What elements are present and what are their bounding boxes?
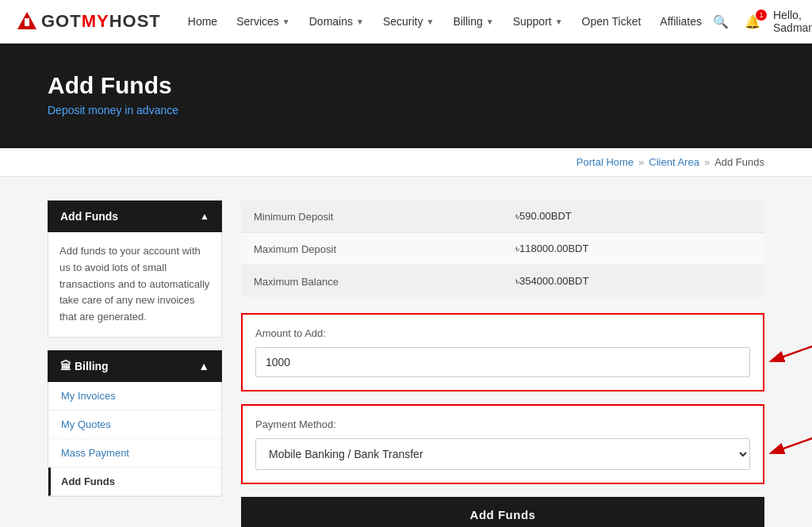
- add-funds-sidebar-body: Add funds to your account with us to avo…: [48, 232, 222, 338]
- nav-home[interactable]: Home: [180, 10, 225, 32]
- billing-sidebar-title: Billing: [75, 360, 109, 372]
- nav-security[interactable]: Security▼: [375, 10, 442, 32]
- nav-affiliates[interactable]: Affiliates: [652, 10, 710, 32]
- billing-chevron-icon: ▲: [198, 360, 209, 372]
- nav-domains[interactable]: Domains▼: [301, 10, 372, 32]
- add-funds-sidebar-title: Add Funds: [60, 210, 118, 223]
- logo[interactable]: GOTMYHOST: [16, 10, 161, 32]
- search-button[interactable]: 🔍: [710, 11, 732, 32]
- amount-section-wrapper: Amount to Add:: [241, 313, 764, 391]
- billing-caret: ▼: [486, 17, 494, 26]
- main-content: Minimum Deposit ৳590.00BDT Maximum Depos…: [241, 200, 764, 527]
- breadcrumb-sep-2: »: [704, 156, 710, 168]
- breadcrumb-sep-1: »: [638, 156, 644, 168]
- table-row: Maximum Balance ৳354000.00BDT: [241, 265, 764, 298]
- user-menu[interactable]: Hello, Sadman! ▼: [773, 9, 812, 34]
- sidebar-item-invoices[interactable]: My Invoices: [48, 382, 221, 411]
- main-layout: Add Funds ▲ Add funds to your account wi…: [0, 177, 812, 527]
- max-balance-value: ৳354000.00BDT: [503, 265, 764, 298]
- sidebar-item-mass-payment[interactable]: Mass Payment: [48, 439, 221, 468]
- navbar: GOTMYHOST Home Services▼ Domains▼ Securi…: [0, 0, 812, 44]
- breadcrumb-current: Add Funds: [714, 156, 764, 168]
- amount-form-section: Amount to Add:: [241, 313, 764, 391]
- svg-rect-2: [25, 18, 29, 21]
- logo-got: GOT: [41, 11, 82, 31]
- page-title: Add Funds: [48, 72, 764, 99]
- svg-line-6: [772, 433, 812, 453]
- bell-badge: 1: [756, 10, 767, 21]
- payment-label: Payment Method:: [255, 418, 750, 430]
- payment-method-select[interactable]: Mobile Banking / Bank Transfer: [255, 438, 750, 470]
- breadcrumb-client[interactable]: Client Area: [649, 156, 699, 168]
- info-table: Minimum Deposit ৳590.00BDT Maximum Depos…: [241, 200, 764, 297]
- table-row: Minimum Deposit ৳590.00BDT: [241, 200, 764, 233]
- nav-open-ticket[interactable]: Open Ticket: [574, 10, 649, 32]
- add-funds-button[interactable]: Add Funds: [241, 497, 764, 527]
- max-deposit-value: ৳118000.00BDT: [503, 233, 764, 265]
- billing-sidebar-menu: My Invoices My Quotes Mass Payment Add F…: [48, 382, 222, 497]
- breadcrumb: Portal Home » Client Area » Add Funds: [0, 148, 812, 177]
- user-greeting: Hello, Sadman!: [773, 9, 812, 34]
- notifications-button[interactable]: 🔔 1: [741, 11, 764, 32]
- max-balance-label: Maximum Balance: [241, 265, 503, 298]
- arrow-annotation-1: [768, 337, 812, 369]
- logo-host: HOST: [109, 11, 161, 31]
- sidebar-item-quotes[interactable]: My Quotes: [48, 411, 221, 439]
- nav-links: Home Services▼ Domains▼ Security▼ Billin…: [180, 10, 710, 32]
- security-caret: ▼: [426, 17, 434, 26]
- support-caret: ▼: [555, 17, 563, 26]
- billing-sidebar-header[interactable]: 🏛 Billing ▲: [48, 350, 222, 382]
- payment-section-wrapper: Payment Method: Mobile Banking / Bank Tr…: [241, 404, 764, 484]
- amount-input[interactable]: [255, 347, 750, 377]
- arrow-annotation-2: [768, 429, 812, 460]
- amount-label: Amount to Add:: [255, 327, 750, 339]
- breadcrumb-portal[interactable]: Portal Home: [576, 156, 634, 168]
- sidebar: Add Funds ▲ Add funds to your account wi…: [48, 200, 222, 527]
- domains-caret: ▼: [356, 17, 364, 26]
- logo-my: MY: [82, 11, 109, 31]
- billing-icon: 🏛: [60, 360, 71, 372]
- table-row: Maximum Deposit ৳118000.00BDT: [241, 233, 764, 265]
- payment-form-section: Payment Method: Mobile Banking / Bank Tr…: [241, 404, 764, 484]
- min-deposit-value: ৳590.00BDT: [503, 200, 764, 233]
- nav-billing[interactable]: Billing▼: [445, 10, 501, 32]
- nav-right: 🔍 🔔 1 Hello, Sadman! ▼ 🛒 0: [710, 9, 812, 34]
- add-funds-chevron-icon: ▲: [200, 211, 209, 222]
- services-caret: ▼: [282, 17, 290, 26]
- min-deposit-label: Minimum Deposit: [241, 200, 503, 233]
- hero-section: Add Funds Deposit money in advance: [0, 44, 812, 148]
- sidebar-item-add-funds[interactable]: Add Funds: [48, 468, 221, 496]
- nav-services[interactable]: Services▼: [228, 10, 298, 32]
- svg-line-4: [772, 341, 812, 361]
- logo-icon: [16, 10, 38, 32]
- max-deposit-label: Maximum Deposit: [241, 233, 503, 265]
- page-subtitle: Deposit money in advance: [48, 104, 764, 116]
- nav-support[interactable]: Support▼: [505, 10, 571, 32]
- add-funds-sidebar-header[interactable]: Add Funds ▲: [48, 200, 222, 232]
